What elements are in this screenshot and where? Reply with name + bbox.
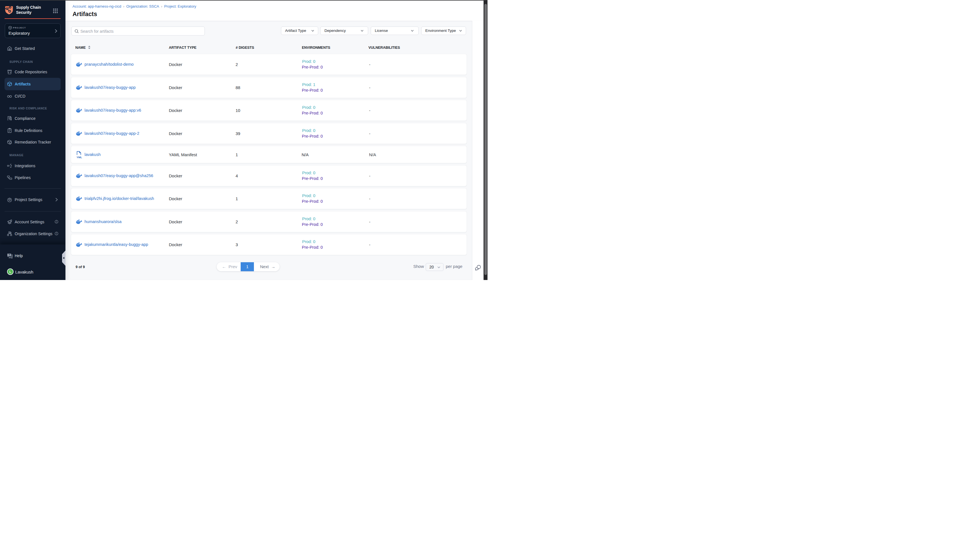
- svg-text:?: ?: [8, 253, 10, 256]
- svg-text:YML: YML: [77, 156, 82, 158]
